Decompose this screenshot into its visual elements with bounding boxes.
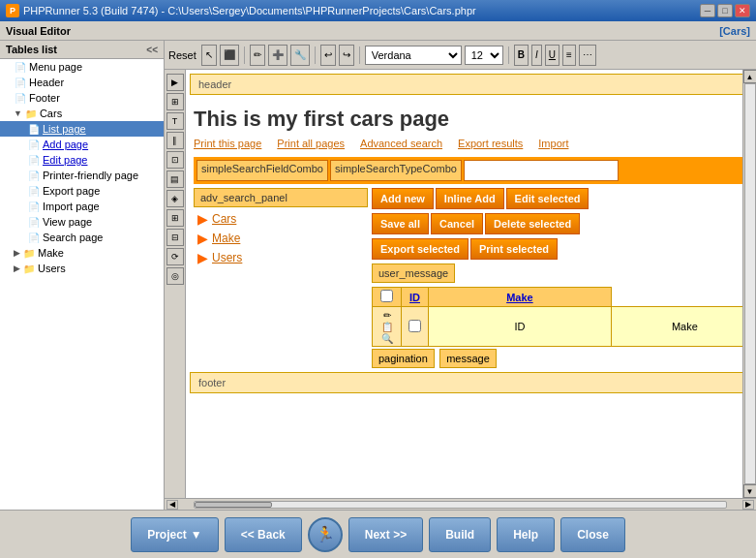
left-icon-4[interactable]: ∥ — [166, 132, 184, 149]
table-row-icons: ✏ 📋 🔍 ID Make — [373, 307, 743, 347]
table-header-make[interactable]: Make — [429, 288, 612, 307]
left-icon-11[interactable]: ◎ — [166, 267, 184, 285]
horizontal-scroll-area: ◀ ▶ — [165, 498, 756, 510]
scroll-up-btn[interactable]: ▲ — [743, 70, 757, 83]
import-link[interactable]: Import — [538, 138, 568, 149]
close-btn[interactable]: ✕ — [735, 4, 750, 17]
nav-link-make[interactable]: Make — [212, 232, 240, 245]
next-btn[interactable]: Next >> — [348, 517, 423, 552]
redo-btn[interactable]: ↪ — [339, 45, 354, 66]
expand-arrow: ▼ — [14, 108, 22, 118]
maximize-btn[interactable]: □ — [717, 4, 733, 17]
nav-link-cars[interactable]: Cars — [212, 212, 236, 226]
cursor-btn[interactable]: ↖ — [201, 45, 217, 66]
add-new-btn[interactable]: Add new — [372, 188, 434, 209]
left-icon-10[interactable]: ⟳ — [166, 248, 184, 265]
left-icon-5[interactable]: ⊡ — [166, 151, 184, 169]
delete-selected-btn[interactable]: Delete selected — [485, 213, 580, 234]
search-type-combo[interactable]: simpleSearchTypeCombo — [330, 160, 462, 181]
sidebar-item-footer[interactable]: 📄 Footer — [0, 90, 164, 106]
close-btn-bottom[interactable]: Close — [560, 517, 625, 552]
left-icon-7[interactable]: ◈ — [166, 190, 184, 207]
right-panel: Add new Inline Add Edit selected Save al… — [372, 188, 742, 368]
sidebar-item-cars[interactable]: ▼ 📁 Cars — [0, 106, 164, 121]
nav-item-cars: ▶ Cars — [194, 209, 368, 229]
main-window: Visual Editor [Cars] Tables list << 📄 Me… — [0, 21, 756, 558]
sidebar-item-edit-page[interactable]: 📄 Edit page — [0, 152, 164, 168]
left-icon-6[interactable]: ▤ — [166, 170, 184, 188]
table-header-id[interactable]: ID — [402, 288, 429, 307]
scroll-left-btn[interactable]: ◀ — [166, 500, 178, 510]
footer-block: footer — [190, 372, 742, 393]
more-btn[interactable]: ⋯ — [579, 45, 596, 66]
align-btn[interactable]: ≡ — [562, 45, 576, 66]
title-bar-text: PHPRunner 5.3 (Build 7474) - C:\Users\Se… — [23, 5, 476, 16]
scroll-down-btn[interactable]: ▼ — [743, 484, 757, 498]
cancel-btn[interactable]: Cancel — [431, 213, 483, 234]
print-page-link[interactable]: Print this page — [194, 138, 261, 149]
canvas-inner: header This is my first cars page Print … — [186, 74, 742, 393]
undo-btn[interactable]: ↩ — [320, 45, 336, 66]
print-all-link[interactable]: Print all pages — [277, 138, 345, 149]
separator-1 — [244, 46, 245, 64]
left-icon-9[interactable]: ⊟ — [166, 229, 184, 246]
footer-block-label: footer — [198, 377, 226, 388]
sidebar-item-menu-page[interactable]: 📄 Menu page — [0, 59, 164, 75]
left-icon-1[interactable]: ▶ — [166, 74, 184, 91]
project-btn[interactable]: Project ▼ — [131, 517, 219, 552]
make-folder-label: Make — [38, 247, 64, 259]
left-icon-3[interactable]: T — [166, 112, 184, 130]
sidebar-item-view-page[interactable]: 📄 View page — [0, 214, 164, 230]
scrollbar-track — [194, 501, 727, 509]
edit-page-label: Edit page — [43, 154, 87, 166]
visual-editor-label: Visual Editor — [6, 25, 71, 37]
search-bar: simpleSearchFieldCombo simpleSearchTypeC… — [194, 157, 742, 184]
editor-canvas: header This is my first cars page Print … — [186, 70, 742, 498]
left-icon-8[interactable]: ⊞ — [166, 209, 184, 227]
font-select[interactable]: Verdana — [365, 46, 462, 65]
sidebar-item-list-page[interactable]: 📄 List page — [0, 121, 164, 137]
sidebar-item-header[interactable]: 📄 Header — [0, 75, 164, 90]
sidebar-item-search-page[interactable]: 📄 Search page — [0, 230, 164, 245]
edit-btn[interactable]: ✏ — [250, 45, 265, 66]
font-size-select[interactable]: 12 — [465, 46, 503, 65]
bold-btn[interactable]: B — [514, 45, 529, 66]
edit-selected-btn[interactable]: Edit selected — [506, 188, 590, 209]
sidebar-item-export-page[interactable]: 📄 Export page — [0, 183, 164, 199]
print-selected-btn[interactable]: Print selected — [470, 238, 558, 260]
collapse-btn[interactable]: << — [146, 45, 158, 55]
export-selected-btn[interactable]: Export selected — [372, 238, 469, 260]
search-input[interactable] — [464, 160, 619, 181]
add-page-label: Add page — [43, 139, 88, 150]
italic-btn[interactable]: I — [531, 45, 542, 66]
minimize-btn[interactable]: ─ — [700, 4, 715, 17]
sidebar-item-printer-page[interactable]: 📄 Printer-friendly page — [0, 168, 164, 183]
sidebar: Tables list << 📄 Menu page 📄 Header 📄 Fo… — [0, 41, 165, 510]
data-table: ID Make ✏ 📋 🔍 — [372, 287, 742, 347]
underline-btn[interactable]: U — [545, 45, 559, 66]
select-all-checkbox[interactable] — [380, 290, 393, 302]
scroll-right-btn[interactable]: ▶ — [742, 500, 754, 510]
back-btn[interactable]: << Back — [225, 517, 302, 552]
inline-add-btn[interactable]: Inline Add — [436, 188, 504, 209]
export-results-link[interactable]: Export results — [458, 138, 523, 149]
nav-link-users[interactable]: Users — [212, 251, 242, 264]
search-field-combo[interactable]: simpleSearchFieldCombo — [197, 160, 328, 181]
row-checkbox[interactable] — [408, 320, 421, 332]
tools-btn[interactable]: 🔧 — [290, 45, 310, 66]
left-icon-2[interactable]: ⊞ — [166, 93, 184, 110]
runner-icon-btn[interactable]: 🏃 — [308, 517, 343, 552]
select-btn[interactable]: ⬛ — [220, 45, 239, 66]
scrollbar-thumb[interactable] — [195, 502, 272, 508]
save-all-btn[interactable]: Save all — [372, 213, 429, 234]
pagination-block: pagination — [372, 349, 435, 368]
advanced-search-link[interactable]: Advanced search — [360, 138, 442, 149]
table-header-checkbox — [373, 288, 402, 307]
sidebar-item-add-page[interactable]: 📄 Add page — [0, 137, 164, 152]
build-btn[interactable]: Build — [429, 517, 491, 552]
sidebar-item-import-page[interactable]: 📄 Import page — [0, 199, 164, 214]
sidebar-item-users[interactable]: ▶ 📁 Users — [0, 261, 164, 276]
help-btn[interactable]: Help — [497, 517, 555, 552]
add-btn[interactable]: ➕ — [268, 45, 287, 66]
sidebar-item-make[interactable]: ▶ 📁 Make — [0, 245, 164, 261]
